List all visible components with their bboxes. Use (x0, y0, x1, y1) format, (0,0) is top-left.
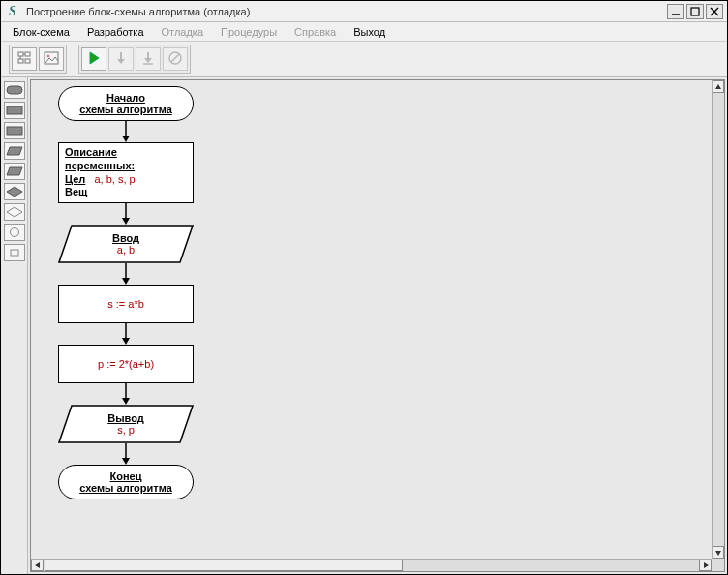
palette-io-2[interactable] (4, 163, 25, 180)
window-controls (667, 4, 723, 19)
input-vars: a, b (117, 244, 135, 256)
process-1-expr: s := a*b (107, 298, 144, 310)
svg-rect-4 (18, 52, 23, 56)
svg-rect-7 (25, 59, 30, 63)
decl-int-label: Цел (65, 173, 85, 185)
menubar: Блок-схема Разработка Отладка Процедуры … (1, 22, 727, 42)
process-1[interactable]: s := a*b (58, 285, 194, 323)
palette-terminator[interactable] (4, 81, 25, 99)
horizontal-scrollbar[interactable] (31, 559, 712, 571)
maximize-button[interactable] (686, 4, 704, 19)
end-line2: схемы алгоритма (79, 482, 172, 494)
menu-exit[interactable]: Выход (353, 26, 385, 38)
start-terminator[interactable]: Начало схемы алгоритма (58, 86, 194, 121)
svg-line-19 (171, 54, 179, 62)
svg-rect-21 (7, 106, 22, 114)
step-over-button (108, 47, 134, 71)
shape-palette (1, 77, 28, 574)
decl-int-vars: a, b, s, p (94, 173, 135, 185)
svg-rect-28 (11, 250, 18, 256)
palette-process[interactable] (4, 102, 25, 119)
svg-rect-22 (7, 127, 22, 135)
process-2-expr: p := 2*(a+b) (98, 358, 154, 370)
image-icon (44, 50, 59, 68)
process-2[interactable]: p := 2*(a+b) (58, 345, 194, 383)
image-button[interactable] (39, 47, 64, 71)
menu-develop[interactable]: Разработка (87, 26, 144, 38)
declaration-block[interactable]: Описание переменных: Цел a, b, s, p Вещ (58, 142, 194, 203)
start-line1: Начало (106, 92, 145, 104)
arrow-2 (121, 203, 131, 225)
stop-button (163, 47, 188, 71)
step-into-icon (140, 50, 156, 68)
scroll-corner (712, 559, 724, 571)
vertical-scrollbar[interactable] (712, 80, 724, 559)
arrow-3 (121, 263, 131, 285)
svg-point-27 (11, 228, 19, 237)
scroll-up-icon[interactable] (713, 80, 724, 93)
svg-marker-37 (122, 338, 130, 345)
close-button[interactable] (706, 4, 723, 19)
output-block[interactable]: Вывод s, p (58, 405, 194, 443)
svg-marker-35 (122, 278, 130, 285)
svg-marker-39 (122, 398, 130, 405)
app-window: S Построение блок-схемы алгоритма (отлад… (0, 0, 728, 575)
scroll-thumb[interactable] (45, 560, 403, 571)
svg-rect-5 (25, 52, 30, 56)
play-icon (86, 50, 102, 68)
stop-icon (167, 50, 183, 68)
scroll-down-icon[interactable] (713, 546, 724, 559)
structure-button[interactable] (12, 47, 37, 71)
menu-block-scheme[interactable]: Блок-схема (13, 26, 70, 38)
output-label: Вывод (107, 412, 144, 424)
svg-marker-42 (122, 458, 130, 465)
diagram-canvas[interactable]: Начало схемы алгоритма Описание переменн… (31, 80, 712, 559)
svg-marker-25 (7, 187, 22, 197)
svg-rect-6 (18, 59, 23, 63)
minimize-button[interactable] (667, 4, 684, 19)
output-vars: s, p (117, 424, 135, 436)
svg-marker-26 (7, 207, 22, 217)
svg-marker-46 (704, 562, 709, 568)
flowchart: Начало схемы алгоритма Описание переменн… (58, 86, 194, 499)
svg-marker-45 (35, 562, 40, 568)
play-button[interactable] (81, 47, 106, 71)
palette-connector[interactable] (4, 203, 25, 221)
svg-marker-24 (7, 167, 22, 175)
scroll-left-icon[interactable] (31, 560, 44, 571)
menu-help: Справка (294, 26, 336, 38)
svg-marker-12 (90, 52, 99, 64)
arrow-6 (121, 443, 131, 465)
input-label: Ввод (112, 232, 139, 244)
svg-point-11 (47, 54, 50, 57)
step-over-icon (113, 50, 129, 68)
end-terminator[interactable]: Конец схемы алгоритма (58, 465, 194, 499)
end-line1: Конец (110, 470, 142, 482)
palette-io[interactable] (4, 142, 25, 160)
palette-process-2[interactable] (4, 122, 25, 139)
toolbar-group-debug (78, 45, 191, 74)
svg-marker-30 (122, 136, 130, 142)
svg-rect-20 (7, 86, 22, 94)
arrow-1 (121, 121, 131, 142)
scroll-right-icon[interactable] (699, 560, 712, 571)
content-area: Начало схемы алгоритма Описание переменн… (1, 76, 727, 574)
menu-procedures: Процедуры (221, 26, 277, 38)
palette-circle[interactable] (4, 224, 25, 241)
svg-marker-16 (144, 58, 152, 63)
palette-decision[interactable] (4, 183, 25, 200)
svg-marker-14 (117, 59, 125, 64)
window-title: Построение блок-схемы алгоритма (отладка… (26, 6, 667, 17)
titlebar: S Построение блок-схемы алгоритма (отлад… (1, 1, 727, 22)
step-into-button (136, 47, 161, 71)
svg-marker-32 (122, 218, 130, 225)
palette-mini[interactable] (4, 244, 25, 261)
structure-icon (16, 50, 32, 68)
svg-marker-43 (715, 84, 721, 89)
app-icon: S (5, 4, 20, 19)
arrow-5 (121, 383, 131, 405)
input-block[interactable]: Ввод a, b (58, 225, 194, 263)
toolbar (1, 42, 727, 76)
svg-marker-44 (715, 551, 721, 556)
decl-real-label: Вещ (65, 186, 187, 199)
